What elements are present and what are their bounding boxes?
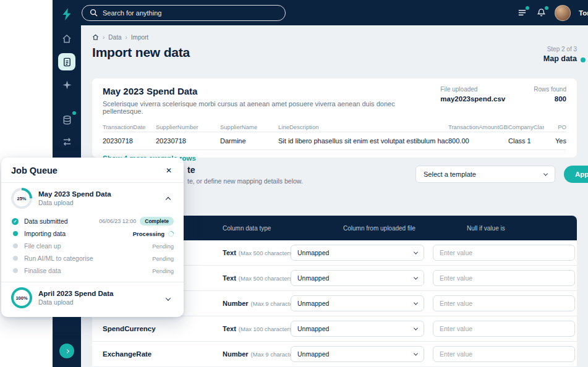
mapping-select[interactable]: Unmapped: [291, 321, 424, 337]
expand-job-button[interactable]: [163, 290, 174, 306]
template-description-text: te, or define new mapping details below.: [187, 177, 303, 185]
null-value-input[interactable]: [433, 346, 575, 362]
step-label: File clean up: [24, 242, 61, 250]
user-name[interactable]: Tom C: [579, 9, 588, 17]
col-header: SupplierName: [220, 124, 278, 130]
template-heading-text: te: [187, 165, 303, 175]
cell-transaction-date: 20230718: [103, 137, 156, 145]
step-timestamp: 06/06/23 12:00: [99, 218, 136, 224]
step-name: Map data: [543, 54, 577, 63]
example-rows-table: TransactionDate SupplierNumber SupplierN…: [103, 122, 566, 150]
rows-found-label: Rows found: [534, 86, 566, 93]
example-table-row: 20230718 20230718 Darmine Sit id libero …: [103, 132, 566, 150]
breadcrumb-data[interactable]: Data: [108, 34, 121, 41]
breadcrumb-separator: [125, 34, 127, 41]
mapping-row-type: Number(Max 9 characters): [210, 350, 291, 358]
app-logo-icon[interactable]: [59, 7, 74, 22]
chevron-down-icon: [414, 351, 418, 355]
job-item[interactable]: 100% April 2023 Spend Data Data upload: [1, 282, 184, 313]
apply-button[interactable]: Apply: [564, 166, 588, 183]
chevron-down-icon: [414, 300, 418, 305]
topbar: Tom C: [53, 0, 588, 25]
progress-percent: 25%: [14, 190, 30, 206]
search-input[interactable]: [103, 9, 278, 17]
job-subtitle: Data upload: [38, 199, 111, 206]
breadcrumb-home-icon[interactable]: [92, 34, 99, 41]
template-select-value: Select a template: [424, 171, 476, 178]
job-title: May 2023 Spend Data: [38, 190, 111, 198]
mapping-select[interactable]: Unmapped: [291, 346, 424, 362]
step-pending-icon: [11, 243, 19, 248]
step-complete-icon: ✓: [11, 218, 19, 225]
cell-amount: 800.00: [448, 137, 508, 145]
close-icon[interactable]: [164, 166, 174, 175]
breadcrumb-import[interactable]: Import: [131, 34, 148, 41]
file-uploaded-block: File uploaded may2023spend.csv: [440, 86, 505, 103]
app-window: Tom C Data Import Import new data Step 2…: [0, 0, 588, 367]
job-item[interactable]: 25% May 2023 Spend Data Data upload: [1, 183, 184, 214]
template-select[interactable]: Select a template: [415, 166, 555, 183]
search-bar[interactable]: [82, 5, 286, 21]
upload-summary-card: May 2023 Spend Data Scelerisque viverra …: [92, 78, 577, 158]
cell-supplier-number: 20230718: [156, 137, 220, 145]
template-heading-fragment: te te, or define new mapping details bel…: [187, 165, 303, 185]
col-header: SupplierNumber: [156, 124, 220, 130]
mapping-row-name: SpendCurrency: [92, 325, 210, 332]
col-header: LineDescription: [278, 124, 448, 130]
sparkle-icon[interactable]: [59, 77, 74, 92]
null-value-input[interactable]: [433, 245, 575, 261]
mapping-row-type: Number(Max 9 characters): [210, 300, 291, 307]
rows-found-block: Rows found 800: [534, 86, 566, 103]
job-text: April 2023 Spend Data Data upload: [38, 290, 113, 306]
example-table-header: TransactionDate SupplierNumber SupplierN…: [103, 122, 566, 132]
step-status: Pending: [152, 268, 174, 274]
step-label: Step 2 of 3: [543, 46, 577, 53]
step-label: Data submitted: [24, 217, 68, 225]
avatar[interactable]: [555, 5, 571, 21]
rows-found-value: 800: [534, 95, 566, 103]
data-import-icon[interactable]: [58, 53, 75, 70]
chevron-down-icon: [414, 250, 418, 254]
job-queue-icon[interactable]: [516, 7, 527, 19]
collapse-job-button[interactable]: [163, 190, 174, 207]
mapping-select[interactable]: Unmapped: [291, 295, 424, 311]
chevron-down-icon: [166, 295, 171, 300]
sidebar-expand-button[interactable]: [59, 344, 74, 358]
mapping-select[interactable]: Unmapped: [291, 245, 424, 261]
job-step: Run AI/ML to categorise Pending: [1, 252, 184, 264]
mapping-row: SpendCurrency Text(Max 100 characters) U…: [92, 316, 577, 342]
home-icon[interactable]: [59, 32, 74, 46]
job-queue-title: Job Queue: [11, 166, 58, 175]
mapping-row-name: ExchangeRate: [92, 350, 210, 358]
null-value-input[interactable]: [433, 270, 575, 286]
transfer-arrows-icon[interactable]: [59, 134, 74, 149]
database-icon[interactable]: [59, 112, 74, 127]
chevron-down-icon: [414, 326, 418, 330]
file-name: may2023spend.csv: [440, 95, 505, 103]
step-progress-dot: [581, 57, 586, 62]
mapping-select[interactable]: Unmapped: [291, 270, 424, 286]
bell-icon[interactable]: [535, 7, 547, 19]
mapping-row: ExchangeRate Number(Max 9 characters) Un…: [92, 342, 577, 367]
queue-notification-dot: [526, 6, 529, 10]
chevron-right-icon: [64, 348, 69, 353]
file-uploaded-label: File uploaded: [440, 86, 505, 93]
cell-po: Yes: [544, 137, 566, 145]
job-text: May 2023 Spend Data Data upload: [38, 190, 111, 206]
step-label: Run AI/ML to categorise: [24, 255, 93, 262]
chevron-down-icon: [543, 171, 548, 175]
step-pending-icon: [11, 268, 19, 273]
upload-card-meta: File uploaded may2023spend.csv Rows foun…: [440, 86, 566, 103]
null-value-input[interactable]: [433, 321, 575, 337]
mapping-header-type: Column data type: [210, 225, 291, 232]
null-value-input[interactable]: [433, 295, 575, 311]
cell-line-description: Sit id libero phasellus sit enim est vol…: [278, 137, 448, 145]
page-title: Import new data: [92, 45, 190, 60]
step-processing-icon: [11, 231, 19, 236]
topbar-right: Tom C: [516, 0, 588, 25]
spinner-icon: [167, 230, 175, 238]
mapping-row-type: Text(Max 100 characters): [210, 325, 291, 332]
mapping-row-type: Text(Max 500 characters): [210, 249, 291, 256]
job-queue-header: Job Queue: [1, 158, 184, 182]
chevron-down-icon: [414, 275, 418, 279]
